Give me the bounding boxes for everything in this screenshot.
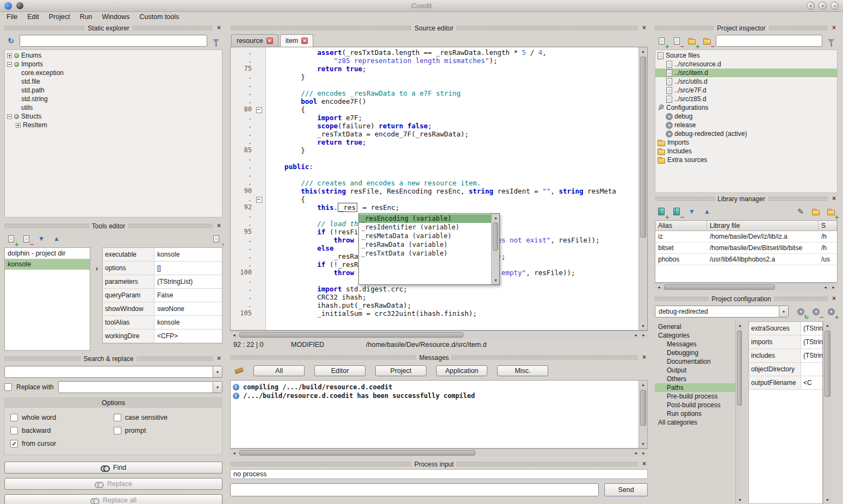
tree-item-source-file[interactable]: ../src/resource.d [655,60,837,69]
panel-close-button[interactable]: × [830,195,838,202]
messages-vscrollbar[interactable] [639,381,647,448]
tree-item-import[interactable]: std.path [5,86,222,95]
scroll-down-icon[interactable] [823,496,832,504]
code-line[interactable]: this(string resFile, ResEncoding resEnc,… [268,187,647,195]
remove-library-button[interactable]: − [670,205,683,218]
scroll-right-icon[interactable] [829,283,838,291]
tree-item-configuration[interactable]: debug-redirected (active) [655,129,837,138]
panel-close-button[interactable]: × [641,461,648,468]
code-line[interactable]: return true; [268,138,647,146]
gutter-line[interactable]: . [231,122,265,130]
menu-item[interactable]: Run [76,13,97,21]
window-menu-icon[interactable] [16,2,23,9]
property-value[interactable]: <C [801,376,822,389]
gutter-line[interactable]: . [231,252,265,260]
gutter-line[interactable]: 105 [231,309,265,318]
gutter-line[interactable]: . [231,81,265,89]
scroll-left-icon[interactable] [631,331,640,339]
move-library-up-button[interactable]: ▲ [701,205,714,218]
search-option[interactable]: case sensitive [114,411,217,424]
gutter-line[interactable]: . [231,293,265,301]
code-line[interactable] [268,171,647,179]
scroll-thumb[interactable] [664,284,775,290]
search-option[interactable]: prompt [114,424,217,437]
gutter-line[interactable]: . [231,179,265,187]
tree-item-resitem[interactable]: ResItem [5,121,222,129]
completion-item[interactable]: _resTxtData (variable) [359,249,491,258]
gutter-line[interactable]: 85 [231,146,265,154]
replace-all-button[interactable]: Replace all [4,494,222,504]
code-line[interactable]: scope(failure) return false; [268,122,647,130]
code-line[interactable]: _resTxtData = encode_7F(_resRawData); [268,130,647,138]
category-item[interactable]: Post-build process [655,401,735,409]
sync-configuration-button[interactable]: ↻ [794,305,807,318]
maximize-button[interactable]: ∧ [819,2,827,10]
gutter-line[interactable]: 100 [231,269,265,277]
menu-item[interactable]: Custom tools [135,13,183,21]
checkbox[interactable] [114,427,121,434]
scroll-down-icon[interactable] [492,276,500,284]
category-item[interactable]: Paths [655,383,735,392]
scroll-thumb[interactable] [737,331,742,406]
scroll-thumb[interactable] [239,332,463,338]
code-line[interactable]: bool encodee7F() [268,97,647,105]
tree-item-enums[interactable]: Enums [5,51,222,60]
gutter-line[interactable]: . [231,301,265,309]
tab-resource[interactable]: resource × [231,34,278,47]
move-tool-up-button[interactable]: ▲ [50,232,63,245]
library-row[interactable]: iz /home/basile/Dev/Iz/lib/iz.a /h [655,231,837,242]
property-value[interactable]: False [154,289,222,302]
scroll-thumb[interactable] [640,390,646,426]
panel-close-button[interactable]: × [215,24,222,32]
tree-item-import[interactable]: utils [5,103,222,112]
dropdown-arrow-icon[interactable]: ▾ [213,366,222,377]
message-filter-button[interactable]: All [253,365,305,376]
code-line[interactable] [268,154,647,163]
remove-tool-button[interactable]: − [20,232,33,245]
code-lines[interactable]: assert(_resTxtData.length == _resRawData… [266,47,647,330]
code-line[interactable] [268,81,647,89]
property-value[interactable]: konsole [154,316,222,329]
code-line[interactable]: { [268,105,647,114]
checkbox[interactable] [114,414,121,421]
property-grid-vscrollbar[interactable] [823,321,832,504]
code-line[interactable]: /// creates and encodes a new resource i… [268,179,647,187]
property-value[interactable]: (TStringList) [801,322,822,335]
tree-item-import[interactable]: std.file [5,77,222,86]
property-row[interactable]: executable konsole [103,248,222,262]
message-row[interactable]: i compiling /.../build/resource.d.coedit [233,383,636,391]
gutter-line[interactable]: 92 [231,203,265,211]
expander-icon[interactable] [16,123,21,128]
panel-close-button[interactable]: × [215,222,222,229]
code-line[interactable]: } [268,73,647,81]
completion-item[interactable]: _resIdentifier (variable) [359,223,491,232]
category-item[interactable]: General [655,322,735,331]
process-input-field[interactable] [230,483,599,496]
checkbox[interactable] [10,414,18,421]
export-tool-button[interactable]: › [209,232,222,245]
tree-item-configuration[interactable]: release [655,121,837,129]
gutter-line[interactable]: . [231,89,265,97]
search-term-combobox[interactable]: ▾ [4,366,222,378]
category-vscrollbar[interactable] [735,321,743,504]
property-row[interactable]: options [] [103,262,222,275]
menu-item[interactable]: Edit [23,13,44,21]
replace-with-combobox[interactable]: ▾ [58,381,222,393]
property-row[interactable]: outputFilename <C [749,376,822,390]
code-line[interactable]: import e7F; [268,114,647,122]
panel-close-button[interactable]: × [215,355,222,362]
move-tool-down-button[interactable]: ▼ [35,232,48,245]
category-item[interactable]: Documentation [655,357,735,366]
column-header-library-file[interactable]: Library file [707,221,819,231]
property-row[interactable]: objectDirectory [749,363,822,376]
category-item[interactable]: Messages [655,340,735,349]
gutter-line[interactable]: . [231,114,265,122]
scroll-thumb[interactable] [825,331,830,397]
minimize-button[interactable]: ∨ [807,2,815,10]
symbol-search-input[interactable] [20,35,207,47]
window-close-button[interactable]: × [830,2,839,10]
scroll-left-icon[interactable] [631,449,640,457]
code-line[interactable]: } [268,146,647,154]
panel-close-button[interactable]: × [641,24,648,32]
replace-with-checkbox[interactable] [4,383,12,391]
